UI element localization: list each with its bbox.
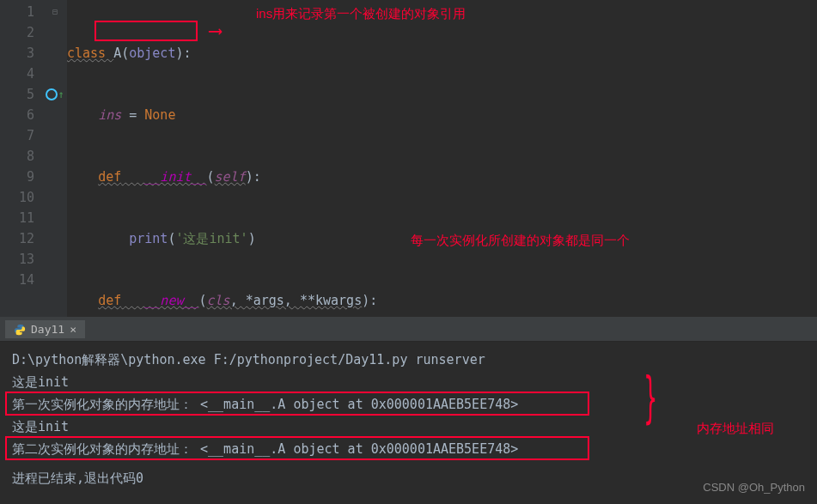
arrow-icon: ⟶ [210, 21, 221, 41]
annotation-text-2: 每一次实例化所创建的对象都是同一个 [411, 230, 630, 251]
code-editor[interactable]: 1 2 3 4 5 6 7 8 9 10 11 12 13 14 ⊟ ↑ cla… [0, 0, 817, 318]
annotation-box-out2 [5, 436, 589, 460]
console-cmd: D:\python解释器\python.exe F:/pythonproject… [12, 349, 805, 371]
annotation-box-out1 [5, 392, 589, 416]
console-output[interactable]: D:\python解释器\python.exe F:/pythonproject… [0, 342, 817, 504]
console-line: 这是init [12, 371, 805, 393]
brace-icon: } [644, 386, 657, 409]
annotation-text-1: ins用来记录第一个被创建的对象引用 [256, 3, 466, 24]
python-icon [14, 324, 26, 336]
code-area[interactable]: class A(object): ins = None def __init__… [67, 0, 817, 317]
annotation-box-ins [95, 21, 198, 41]
console-line: 这是init [12, 416, 805, 438]
arrow-up-icon: ↑ [58, 84, 64, 105]
console-exit: 进程已结束,退出代码0 [12, 467, 805, 489]
tab-label: Day11 [31, 323, 64, 336]
annotation-text-3: 内存地址相同 [697, 417, 774, 440]
override-icon[interactable] [46, 88, 58, 100]
watermark: CSDN @Oh_Python [703, 477, 805, 499]
line-gutter: 1 2 3 4 5 6 7 8 9 10 11 12 13 14 [0, 0, 43, 317]
gutter-icons: ⊟ ↑ [43, 0, 67, 317]
